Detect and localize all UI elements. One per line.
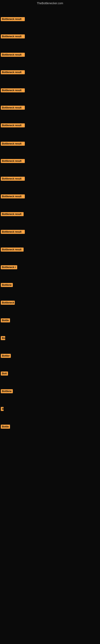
result-row-3: Bottleneck result: [1, 53, 25, 58]
result-row-21: Bott: [1, 372, 8, 376]
bottleneck-badge-17[interactable]: Bottleneck: [1, 301, 15, 305]
result-row-5: Bottleneck result: [1, 88, 25, 93]
bottleneck-badge-14[interactable]: Bottleneck result: [1, 248, 24, 252]
results-container: Bottleneck resultBottleneck resultBottle…: [0, 6, 100, 644]
bottleneck-badge-4[interactable]: Bottleneck result: [1, 70, 25, 74]
bottleneck-badge-3[interactable]: Bottleneck result: [1, 53, 25, 57]
result-row-8: Bottleneck result: [1, 142, 25, 146]
result-row-24: Bottle: [1, 425, 10, 430]
bottleneck-badge-11[interactable]: Bottleneck result: [1, 194, 25, 198]
page-wrapper: TheBottlenecker.com Bottleneck resultBot…: [0, 0, 100, 644]
result-row-2: Bottleneck result: [1, 34, 25, 39]
result-row-1: Bottleneck result: [1, 17, 25, 22]
site-title: TheBottlenecker.com: [0, 0, 100, 6]
result-row-12: Bottleneck result: [1, 212, 24, 217]
result-row-23: B: [1, 407, 3, 412]
result-row-18: Bottle: [1, 318, 10, 323]
result-row-14: Bottleneck result: [1, 248, 24, 252]
result-row-11: Bottleneck result: [1, 194, 25, 199]
bottleneck-badge-12[interactable]: Bottleneck result: [1, 212, 24, 216]
result-row-7: Bottleneck result: [1, 123, 25, 128]
bottleneck-badge-1[interactable]: Bottleneck result: [1, 17, 25, 21]
result-row-16: Bottlene: [1, 283, 13, 288]
bottleneck-badge-19[interactable]: Bo: [1, 336, 5, 340]
bottleneck-badge-21[interactable]: Bott: [1, 372, 8, 376]
result-row-10: Bottleneck result: [1, 177, 25, 182]
bottleneck-badge-2[interactable]: Bottleneck result: [1, 34, 25, 38]
bottleneck-badge-8[interactable]: Bottleneck result: [1, 142, 25, 146]
bottleneck-badge-23[interactable]: B: [1, 407, 3, 411]
bottleneck-badge-7[interactable]: Bottleneck result: [1, 123, 25, 128]
bottleneck-badge-6[interactable]: Bottleneck result: [1, 106, 25, 110]
bottleneck-badge-22[interactable]: Bottlene: [1, 389, 13, 393]
bottleneck-badge-9[interactable]: Bottleneck result: [1, 159, 25, 163]
bottleneck-badge-10[interactable]: Bottleneck result: [1, 177, 25, 181]
bottleneck-badge-16[interactable]: Bottlene: [1, 283, 13, 287]
bottleneck-badge-5[interactable]: Bottleneck result: [1, 88, 25, 92]
bottleneck-badge-13[interactable]: Bottleneck result: [1, 230, 25, 234]
result-row-4: Bottleneck result: [1, 70, 25, 75]
result-row-9: Bottleneck result: [1, 159, 25, 164]
result-row-19: Bo: [1, 336, 5, 341]
bottleneck-badge-18[interactable]: Bottle: [1, 318, 10, 322]
result-row-15: Bottleneck r: [1, 265, 17, 270]
result-row-13: Bottleneck result: [1, 230, 25, 235]
result-row-20: Bottler: [1, 354, 11, 359]
bottleneck-badge-24[interactable]: Bottle: [1, 425, 10, 429]
result-row-22: Bottlene: [1, 389, 13, 394]
result-row-17: Bottleneck: [1, 301, 15, 306]
result-row-6: Bottleneck result: [1, 106, 25, 110]
bottleneck-badge-15[interactable]: Bottleneck r: [1, 265, 17, 269]
bottleneck-badge-20[interactable]: Bottler: [1, 354, 11, 358]
